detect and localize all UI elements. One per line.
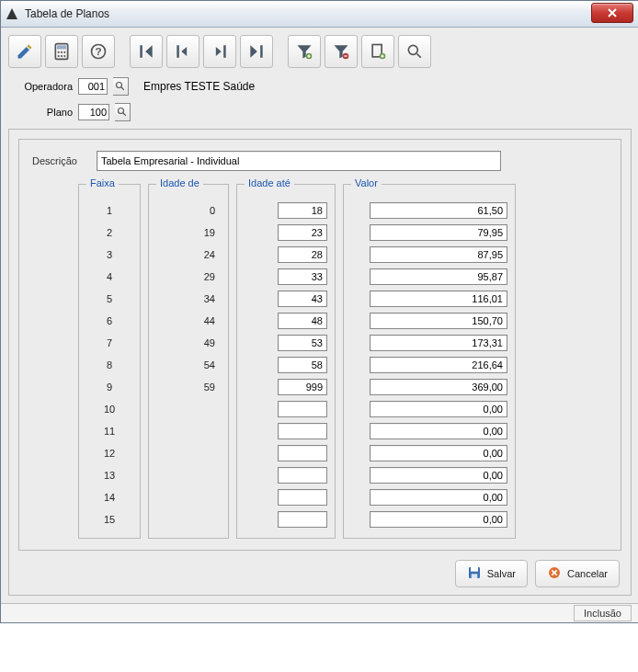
idade-de-value bbox=[156, 508, 221, 530]
idade-de-value: 19 bbox=[156, 222, 221, 244]
main-panel: Descrição Faixa 123456789101112131415 Id… bbox=[8, 129, 632, 596]
operadora-lookup-button[interactable] bbox=[113, 77, 129, 96]
idade-ate-input[interactable] bbox=[278, 246, 327, 263]
svg-point-17 bbox=[119, 108, 124, 114]
toolbar-prev-button[interactable] bbox=[166, 35, 199, 68]
idade-de-value: 0 bbox=[156, 199, 221, 222]
idade-ate-input[interactable] bbox=[278, 268, 327, 285]
faixa-number: 9 bbox=[86, 376, 132, 398]
idade-ate-input[interactable] bbox=[278, 467, 327, 484]
idade-de-value: 49 bbox=[156, 332, 221, 354]
toolbar-search-button[interactable] bbox=[398, 35, 431, 68]
faixa-number: 4 bbox=[86, 266, 132, 288]
valor-input[interactable] bbox=[370, 202, 507, 219]
valor-input[interactable] bbox=[370, 379, 507, 395]
idade-de-value: 44 bbox=[156, 310, 221, 332]
cancelar-label: Cancelar bbox=[567, 568, 608, 579]
idade-de-value bbox=[156, 464, 221, 486]
faixa-number: 6 bbox=[86, 310, 132, 332]
save-icon bbox=[467, 565, 482, 582]
valor-input[interactable] bbox=[370, 423, 507, 439]
valor-input[interactable] bbox=[370, 224, 507, 241]
idade-ate-input[interactable] bbox=[278, 511, 327, 528]
toolbar-calculator-button[interactable] bbox=[45, 35, 78, 68]
idade-ate-input[interactable] bbox=[278, 445, 327, 461]
valor-input[interactable] bbox=[370, 489, 507, 506]
svg-point-5 bbox=[63, 51, 65, 53]
toolbar-filter-remove-button[interactable] bbox=[325, 35, 358, 68]
idade-ate-input[interactable] bbox=[278, 489, 327, 506]
faixa-number: 12 bbox=[86, 442, 132, 464]
svg-rect-20 bbox=[471, 574, 477, 578]
valor-input[interactable] bbox=[370, 401, 507, 417]
valor-input[interactable] bbox=[370, 511, 507, 528]
idade-de-value bbox=[156, 420, 221, 442]
plano-lookup-button[interactable] bbox=[115, 103, 131, 121]
valor-input[interactable] bbox=[370, 357, 507, 373]
valor-input[interactable] bbox=[370, 313, 507, 329]
faixa-number: 7 bbox=[86, 332, 132, 354]
faixa-number: 2 bbox=[86, 222, 132, 244]
idade-ate-input[interactable] bbox=[278, 335, 327, 351]
toolbar-first-button[interactable] bbox=[130, 35, 163, 68]
svg-point-15 bbox=[408, 45, 417, 54]
titlebar[interactable]: Tabela de Planos bbox=[1, 1, 638, 28]
idade-ate-input[interactable] bbox=[278, 401, 327, 417]
toolbar-last-button[interactable] bbox=[240, 35, 273, 68]
operadora-label: Operadora bbox=[8, 81, 73, 92]
idade-ate-input[interactable] bbox=[278, 202, 327, 219]
faixa-number: 8 bbox=[86, 354, 132, 376]
cancelar-button[interactable]: Cancelar bbox=[535, 560, 620, 587]
toolbar-edit-button[interactable] bbox=[8, 35, 41, 68]
svg-point-3 bbox=[58, 51, 60, 53]
faixa-number: 1 bbox=[86, 199, 132, 222]
status-text: Inclusão bbox=[574, 605, 632, 621]
idade-de-value: 29 bbox=[156, 266, 221, 288]
valor-input[interactable] bbox=[370, 268, 507, 285]
idade-ate-input[interactable] bbox=[278, 423, 327, 439]
svg-text:?: ? bbox=[95, 45, 101, 57]
valor-input[interactable] bbox=[370, 335, 507, 351]
svg-point-4 bbox=[61, 51, 63, 53]
descricao-input[interactable] bbox=[97, 151, 501, 171]
faixa-grid: Faixa 123456789101112131415 Idade de 019… bbox=[78, 184, 608, 539]
idade-de-value bbox=[156, 398, 221, 420]
valor-input[interactable] bbox=[370, 467, 507, 484]
window: Tabela de Planos ? Operadora Empres TEST… bbox=[0, 0, 638, 623]
svg-rect-19 bbox=[471, 567, 478, 572]
col-idade-ate: Idade até bbox=[236, 184, 336, 539]
idade-ate-input[interactable] bbox=[278, 357, 327, 373]
valor-input[interactable] bbox=[370, 290, 507, 307]
window-close-button[interactable] bbox=[591, 3, 633, 23]
valor-header: Valor bbox=[351, 177, 382, 188]
toolbar-next-button[interactable] bbox=[203, 35, 236, 68]
statusbar: Inclusão bbox=[1, 603, 638, 622]
idade-ate-input[interactable] bbox=[278, 379, 327, 395]
idade-de-value: 59 bbox=[156, 376, 221, 398]
window-title: Tabela de Planos bbox=[25, 7, 109, 20]
idade-de-header: Idade de bbox=[156, 177, 203, 188]
idade-ate-input[interactable] bbox=[278, 224, 327, 241]
faixa-number: 5 bbox=[86, 288, 132, 310]
idade-ate-input[interactable] bbox=[278, 313, 327, 329]
plano-input[interactable] bbox=[78, 104, 109, 120]
svg-point-6 bbox=[58, 55, 60, 57]
faixa-number: 3 bbox=[86, 244, 132, 266]
faixa-number: 11 bbox=[86, 420, 132, 442]
svg-point-8 bbox=[63, 55, 65, 57]
svg-point-16 bbox=[117, 83, 122, 88]
toolbar-filter-add-button[interactable] bbox=[288, 35, 321, 68]
faixa-number: 15 bbox=[86, 508, 132, 530]
idade-de-value bbox=[156, 486, 221, 508]
idade-ate-input[interactable] bbox=[278, 290, 327, 307]
salvar-button[interactable]: Salvar bbox=[455, 560, 528, 587]
faixa-number: 13 bbox=[86, 464, 132, 486]
operadora-input[interactable] bbox=[78, 78, 108, 95]
valor-input[interactable] bbox=[370, 445, 507, 461]
app-icon bbox=[5, 6, 19, 21]
toolbar-new-record-button[interactable] bbox=[361, 35, 394, 68]
faixa-header: Faixa bbox=[86, 177, 119, 188]
valor-input[interactable] bbox=[370, 246, 507, 263]
toolbar-help-button[interactable]: ? bbox=[82, 35, 115, 68]
descricao-label: Descrição bbox=[32, 155, 87, 166]
